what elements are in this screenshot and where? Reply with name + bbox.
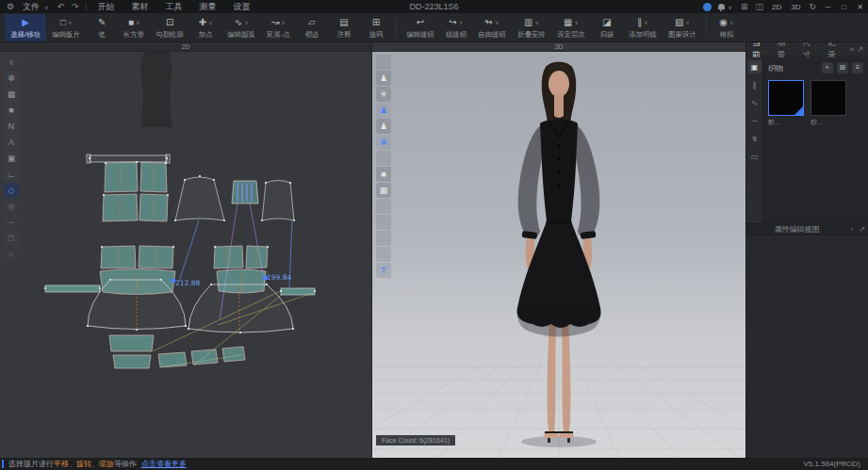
layout-quad-icon[interactable]: ⊞ — [737, 2, 752, 11]
pattern-piece-sleeve-right[interactable] — [262, 181, 294, 221]
mannequin-icon[interactable]: ♙ — [376, 231, 391, 246]
stitch-line-icon[interactable]: ∿ — [748, 96, 762, 109]
tool-line-sewing[interactable]: ↪∨ 线缝纫 — [440, 14, 472, 41]
surface-icon[interactable]: ■ — [376, 167, 391, 182]
corner-tool-icon[interactable]: ∟ — [4, 167, 19, 182]
menu-tools[interactable]: 工具 — [157, 0, 191, 13]
avatar-show-icon[interactable]: ♟ — [376, 103, 391, 118]
dropdown-chevron-icon[interactable]: ∨ — [574, 19, 578, 25]
avatar-alt-icon[interactable]: ♟ — [376, 119, 391, 134]
fabric-swatch[interactable]: 默... — [768, 80, 806, 127]
strip-collapse-icon[interactable]: ∨ — [376, 55, 391, 70]
tool-pen[interactable]: ✎ 笔 — [86, 14, 118, 41]
grid-view-icon[interactable]: ⊞ — [837, 62, 848, 73]
grid-toggle-icon[interactable]: ▦ — [4, 87, 19, 102]
strip-collapse-icon[interactable]: ∨ — [4, 55, 19, 70]
tool-trace-outline[interactable]: ⊡ 勾勒轮廓 — [150, 14, 189, 41]
view-3d-button[interactable]: 3D — [786, 3, 805, 11]
pattern-piece-waistband[interactable] — [87, 154, 170, 163]
tabs-expand-icon[interactable]: ↗ — [857, 45, 868, 54]
menu-file[interactable]: 文件 — [21, 1, 43, 13]
topstitch-icon[interactable]: ∥ — [748, 78, 762, 91]
undo-icon[interactable]: ↶ — [53, 2, 68, 11]
tool-edit-arc[interactable]: ∿∨ 编辑圆弧 — [221, 14, 261, 41]
fabric-icon[interactable]: ▣ — [748, 60, 762, 73]
pattern-piece-pleat[interactable] — [232, 181, 258, 203]
tool-seam-edge[interactable]: ▱ 褶边 — [296, 14, 328, 41]
bell-chevron-icon[interactable]: ∨ — [728, 4, 737, 10]
menu-start[interactable]: 开始 — [90, 0, 123, 13]
trim-icon[interactable]: ▭ — [748, 150, 762, 163]
garment-wireframe-icon[interactable]: T — [376, 263, 391, 278]
pattern-2d-viewport[interactable]: 2D ∨ ✻ ▦ ■ N A ▣ ∟ ◇ ◎ ─ □ ○ — [0, 42, 371, 458]
pose-icon[interactable]: ✳ — [376, 87, 391, 102]
layout-dual-icon[interactable]: ◫ — [751, 2, 767, 11]
pattern-piece-sleeve-left[interactable] — [175, 177, 224, 220]
pin-icon[interactable]: ↧ — [376, 199, 391, 214]
fabric-swatch[interactable]: 纱... — [811, 80, 848, 127]
garment-dim-icon[interactable]: T — [376, 247, 391, 262]
property-chevron-icon[interactable]: › — [848, 225, 857, 234]
menu-settings[interactable]: 设置 — [225, 0, 259, 13]
dropdown-chevron-icon[interactable]: ∨ — [729, 19, 733, 25]
show-annotations-icon[interactable]: A — [4, 135, 19, 150]
show-layers-icon[interactable]: ▣ — [4, 151, 19, 166]
view-2d-button[interactable]: 2D — [767, 3, 786, 11]
lighting-icon[interactable]: ↯ — [748, 132, 762, 145]
tool-fold-arrange[interactable]: ▥∨ 折叠安排 — [512, 14, 551, 41]
measure-tape-icon[interactable]: ⌖ — [376, 215, 391, 230]
dropdown-chevron-icon[interactable]: ∨ — [208, 19, 212, 25]
dropdown-chevron-icon[interactable]: ∨ — [459, 19, 463, 25]
shape-icon[interactable]: ○ — [4, 247, 19, 262]
dropdown-chevron-icon[interactable]: ∨ — [244, 19, 248, 25]
tool-select-move[interactable]: ▶ 选择/移动 — [5, 14, 46, 41]
notification-bell-icon[interactable] — [717, 3, 726, 11]
tool-free-sewing[interactable]: ↬∨ 自由缝纫 — [472, 14, 512, 41]
tool-pattern-design[interactable]: ▧∨ 图案设计 — [663, 14, 702, 41]
pattern-2d-canvas[interactable]: 212.88 199.84 — [0, 42, 371, 458]
pattern-fill-icon[interactable]: ■ — [4, 103, 19, 118]
list-view-icon[interactable]: ≡ — [852, 62, 863, 73]
menu-measure[interactable]: 测量 — [191, 0, 225, 13]
fabric-thumbnail[interactable] — [768, 80, 804, 116]
tool-extend-point[interactable]: ↝∨ 延展-点 — [261, 14, 296, 41]
pattern-piece-band-right[interactable] — [281, 288, 315, 295]
snap-icon[interactable]: ✻ — [4, 71, 19, 86]
tabs-more-icon[interactable]: » — [847, 45, 857, 54]
menu-material[interactable]: 素材 — [123, 0, 157, 13]
freeze-icon[interactable]: ✻ — [376, 135, 391, 150]
tool-edit-pattern[interactable]: □∨ 编辑版片 — [46, 14, 86, 41]
viewport-3d[interactable]: 3D ∨ ♟ ✳ ♟ ♟ ✻ ◻ ■ ▦ ↧ ⌖ ♙ T T Face Coun… — [371, 42, 745, 458]
show-avatar-icon[interactable]: ◎ — [4, 199, 19, 214]
show-names-icon[interactable]: N — [4, 119, 19, 134]
fabric-thumbnail[interactable] — [811, 80, 846, 116]
user-avatar[interactable] — [703, 3, 712, 11]
property-expand-icon[interactable]: ↗ — [856, 225, 868, 234]
maximize-button[interactable]: □ — [836, 3, 852, 11]
pattern-piece-skirt-center[interactable] — [188, 284, 293, 332]
tool-grading[interactable]: ⊞ 放码 — [360, 14, 392, 41]
redo-icon[interactable]: ↷ — [68, 2, 83, 11]
tool-rectangle[interactable]: ■∨ 长方形 — [118, 14, 150, 41]
dropdown-chevron-icon[interactable]: ∨ — [685, 19, 689, 25]
pattern-pieces-bodice-top[interactable] — [103, 162, 168, 221]
property-editor-bar[interactable]: 属性编辑视图 › ↗ — [746, 223, 868, 235]
status-more-link[interactable]: 点击查看更多 — [141, 459, 187, 469]
dropdown-chevron-icon[interactable]: ∨ — [136, 19, 139, 25]
dropdown-chevron-icon[interactable]: ∨ — [644, 19, 647, 25]
dropdown-chevron-icon[interactable]: ∨ — [495, 19, 499, 25]
mesh-grid-icon[interactable]: ▦ — [376, 183, 391, 198]
refresh-icon[interactable]: ↻ — [805, 2, 820, 11]
close-button[interactable]: ✕ — [852, 3, 868, 11]
dropdown-chevron-icon[interactable]: ∨ — [534, 19, 538, 25]
tool-add-point[interactable]: ✚∨ 加点 — [189, 14, 221, 41]
tool-simulate[interactable]: ◉∨ 模拟 — [711, 14, 743, 41]
show-3d-box-icon[interactable]: ◇ — [4, 183, 19, 198]
surface-dim-icon[interactable]: ◻ — [376, 151, 391, 166]
pattern-pieces-bottom[interactable] — [109, 335, 245, 368]
dropdown-chevron-icon[interactable]: ∨ — [68, 19, 72, 25]
add-fabric-button[interactable]: + — [822, 62, 833, 73]
tool-press[interactable]: ◪ 归拔 — [591, 14, 623, 41]
avatar-display-icon[interactable]: ♟ — [376, 71, 391, 86]
tool-add-topstitch[interactable]: ∥∨ 添加明线 — [623, 14, 663, 41]
